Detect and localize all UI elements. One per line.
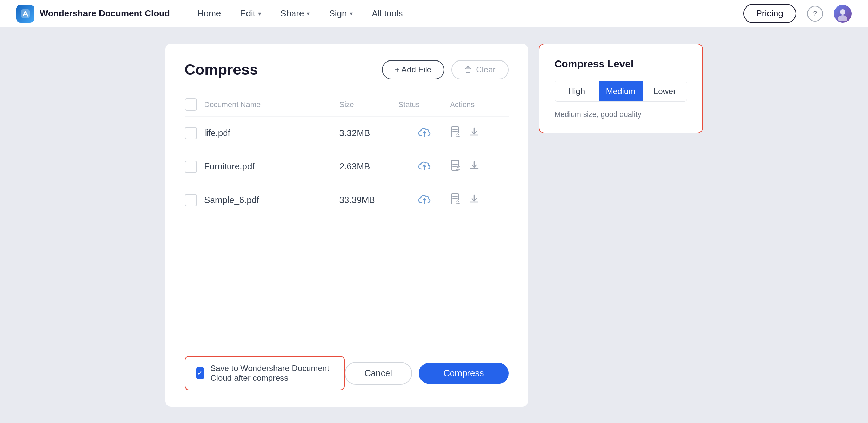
- nav-edit[interactable]: Edit ▾: [240, 8, 261, 19]
- bottom-actions: Cancel Compress: [345, 362, 508, 385]
- avatar[interactable]: [834, 5, 852, 23]
- help-icon: ?: [813, 9, 817, 18]
- brand-name: Wondershare Document Cloud: [40, 8, 170, 19]
- navbar-right: Pricing ?: [743, 4, 852, 23]
- svg-rect-0: [21, 9, 30, 18]
- pricing-button[interactable]: Pricing: [743, 4, 796, 23]
- file-status-0: [398, 117, 450, 150]
- file-name-0: life.pdf: [204, 117, 339, 150]
- nav-share[interactable]: Share ▾: [280, 8, 310, 19]
- file-actions-2: [450, 183, 508, 217]
- view-pdf-icon[interactable]: [450, 126, 462, 140]
- table-row: life.pdf 3.32MB: [185, 117, 509, 150]
- panel-header: Compress + Add File 🗑 Clear: [185, 60, 509, 79]
- svg-point-2: [838, 15, 847, 21]
- cloud-upload-icon: [418, 162, 431, 173]
- save-label: Save to Wondershare Document Cloud after…: [210, 364, 333, 383]
- file-size-2: 33.39MB: [339, 183, 399, 217]
- help-button[interactable]: ?: [807, 6, 823, 22]
- compress-button[interactable]: Compress: [419, 363, 508, 384]
- col-header-size: Size: [339, 93, 399, 117]
- file-actions-0: [450, 117, 508, 150]
- panel-title: Compress: [185, 61, 258, 78]
- edit-chevron-icon: ▾: [258, 10, 261, 17]
- trash-icon: 🗑: [464, 65, 472, 74]
- level-button-medium[interactable]: Medium: [599, 81, 643, 101]
- compress-level-title: Compress Level: [555, 58, 687, 70]
- view-pdf-icon[interactable]: [450, 193, 462, 207]
- col-header-checkbox: [185, 93, 204, 117]
- cloud-upload-icon: [418, 128, 431, 140]
- col-header-name: Document Name: [204, 93, 339, 117]
- row-checkbox-0[interactable]: [185, 127, 197, 139]
- table-header-row: Document Name Size Status Actions: [185, 93, 509, 117]
- row-checkbox-1[interactable]: [185, 161, 197, 173]
- navbar: Wondershare Document Cloud Home Edit ▾ S…: [0, 0, 868, 27]
- nav-all-tools[interactable]: All tools: [372, 8, 403, 19]
- navbar-nav: Home Edit ▾ Share ▾ Sign ▾ All tools: [197, 8, 743, 19]
- brand-logo-icon: [16, 5, 34, 23]
- file-name-2: Sample_6.pdf: [204, 183, 339, 217]
- file-table: Document Name Size Status Actions life.p…: [185, 93, 509, 217]
- file-status-1: [398, 150, 450, 183]
- view-pdf-icon[interactable]: [450, 160, 462, 174]
- file-name-1: Furniture.pdf: [204, 150, 339, 183]
- nav-home[interactable]: Home: [197, 8, 221, 19]
- cancel-button[interactable]: Cancel: [345, 362, 412, 385]
- level-description: Medium size, good quality: [555, 110, 687, 119]
- level-button-high[interactable]: High: [555, 81, 599, 101]
- table-row: Furniture.pdf 2.63MB: [185, 150, 509, 183]
- clear-button[interactable]: 🗑 Clear: [451, 60, 508, 79]
- download-icon[interactable]: [468, 160, 480, 174]
- file-size-1: 2.63MB: [339, 150, 399, 183]
- file-status-2: [398, 183, 450, 217]
- file-actions-1: [450, 150, 508, 183]
- add-file-button[interactable]: + Add File: [382, 60, 444, 79]
- main-content: Compress + Add File 🗑 Clear Document Nam…: [0, 27, 868, 423]
- file-size-0: 3.32MB: [339, 117, 399, 150]
- level-buttons: HighMediumLower: [555, 81, 687, 102]
- svg-point-1: [840, 9, 845, 15]
- header-actions: + Add File 🗑 Clear: [382, 60, 509, 79]
- brand: Wondershare Document Cloud: [16, 5, 170, 23]
- sign-chevron-icon: ▾: [350, 10, 353, 17]
- share-chevron-icon: ▾: [307, 10, 310, 17]
- nav-sign[interactable]: Sign ▾: [329, 8, 352, 19]
- save-to-cloud-checkbox[interactable]: ✓: [196, 367, 204, 379]
- row-checkbox-2[interactable]: [185, 194, 197, 206]
- bottom-bar: ✓ Save to Wondershare Document Cloud aft…: [185, 356, 509, 390]
- col-header-actions: Actions: [450, 93, 508, 117]
- level-button-lower[interactable]: Lower: [643, 81, 687, 101]
- download-icon[interactable]: [468, 193, 480, 207]
- select-all-checkbox[interactable]: [185, 98, 197, 111]
- col-header-status: Status: [398, 93, 450, 117]
- save-checkbox-area: ✓ Save to Wondershare Document Cloud aft…: [185, 356, 345, 390]
- file-panel: Compress + Add File 🗑 Clear Document Nam…: [165, 44, 528, 407]
- download-icon[interactable]: [468, 126, 480, 140]
- table-row: Sample_6.pdf 33.39MB: [185, 183, 509, 217]
- compress-level-panel: Compress Level HighMediumLower Medium si…: [539, 44, 703, 133]
- cloud-upload-icon: [418, 195, 431, 207]
